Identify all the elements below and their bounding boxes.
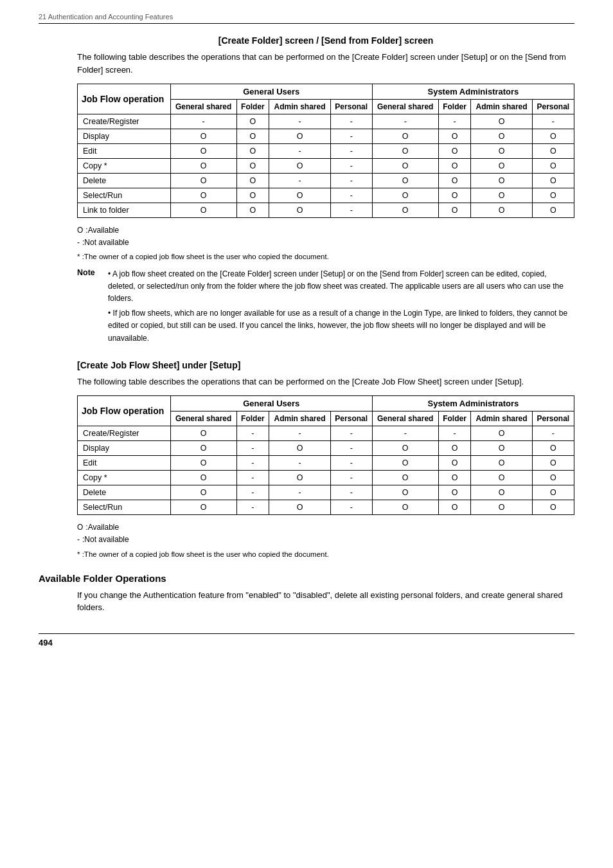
section1-subhdr-4: General shared	[372, 100, 438, 114]
section1-legend: O:Available -:Not available	[77, 224, 574, 249]
table-row: Select/RunO-O-OOOO	[78, 500, 574, 515]
table-row: DisplayO-O-OOOO	[78, 441, 574, 456]
table-cell: O	[236, 144, 269, 159]
section1-col-general-users: General Users	[170, 84, 372, 100]
page-header: 21 Authentication and Accounting Feature…	[39, 13, 574, 24]
row-label: Delete	[78, 174, 171, 188]
table-cell: O	[532, 203, 574, 218]
table-cell: -	[236, 500, 269, 515]
row-label: Edit	[78, 456, 171, 471]
table-cell: -	[330, 144, 372, 159]
section2-title: [Create Job Flow Sheet] under [Setup]	[77, 360, 574, 370]
section1-subhdr-2: Admin shared	[269, 100, 330, 114]
table-cell: O	[532, 188, 574, 203]
table-cell: -	[330, 188, 372, 203]
section2-col-sys-admin: System Administrators	[372, 396, 574, 411]
table-cell: O	[372, 471, 438, 485]
section1-note: Note A job flow sheet created on the [Cr…	[77, 268, 574, 347]
table-cell: -	[372, 114, 438, 129]
table-row: Link to folderOOO-OOOO	[78, 203, 574, 218]
table-cell: O	[236, 129, 269, 144]
table-cell: O	[170, 500, 236, 515]
table-cell: O	[372, 174, 438, 188]
table-cell: O	[170, 426, 236, 441]
table-cell: O	[236, 114, 269, 129]
section1-title: [Create Folder] screen / [Send from Fold…	[77, 35, 574, 46]
table-cell: O	[372, 188, 438, 203]
row-label: Link to folder	[78, 203, 171, 218]
table-cell: O	[372, 500, 438, 515]
table-cell: -	[330, 500, 372, 515]
table-cell: O	[471, 203, 532, 218]
section1-note-content: A job flow sheet created on the [Create …	[108, 268, 574, 347]
table-cell: O	[269, 159, 330, 174]
section1-subhdr-7: Personal	[532, 100, 574, 114]
table-cell: -	[236, 426, 269, 441]
table-cell: O	[269, 471, 330, 485]
table-cell: O	[438, 203, 471, 218]
table-cell: -	[330, 485, 372, 500]
table-row: DeleteOO--OOOO	[78, 174, 574, 188]
table-cell: O	[532, 500, 574, 515]
row-label: Display	[78, 441, 171, 456]
table-cell: O	[471, 441, 532, 456]
section1-subhdr-0: General shared	[170, 100, 236, 114]
table-cell: O	[236, 203, 269, 218]
section3: Available Folder Operations If you chang…	[39, 573, 574, 614]
table-cell: O	[471, 500, 532, 515]
table-cell: -	[438, 114, 471, 129]
section2-footnote: * :The owner of a copied job flow sheet …	[77, 549, 574, 560]
row-label: Select/Run	[78, 188, 171, 203]
table-cell: O	[532, 471, 574, 485]
table-cell: -	[236, 456, 269, 471]
table-cell: O	[372, 129, 438, 144]
section1-subhdr-5: Folder	[438, 100, 471, 114]
table-cell: -	[269, 174, 330, 188]
table-cell: -	[236, 441, 269, 456]
table-cell: -	[438, 426, 471, 441]
table-cell: -	[532, 114, 574, 129]
table-cell: O	[471, 174, 532, 188]
table-cell: O	[269, 188, 330, 203]
table-cell: -	[330, 114, 372, 129]
table-cell: O	[532, 441, 574, 456]
section1-subhdr-6: Admin shared	[471, 100, 532, 114]
table-cell: O	[170, 485, 236, 500]
table-cell: O	[438, 485, 471, 500]
table-cell: O	[438, 500, 471, 515]
table-cell: O	[170, 174, 236, 188]
table-cell: O	[438, 441, 471, 456]
table-row: Create/Register-O----O-	[78, 114, 574, 129]
table-cell: O	[170, 471, 236, 485]
section1-row-header: Job Flow operation	[78, 84, 171, 114]
table-row: DeleteO---OOOO	[78, 485, 574, 500]
table-cell: O	[269, 441, 330, 456]
table-cell: O	[471, 456, 532, 471]
table-cell: -	[330, 441, 372, 456]
section2: [Create Job Flow Sheet] under [Setup] Th…	[77, 360, 574, 560]
section1-desc: The following table describes the operat…	[77, 51, 574, 76]
table-cell: O	[438, 144, 471, 159]
section2-table: Job Flow operation General Users System …	[77, 395, 574, 515]
table-cell: O	[269, 203, 330, 218]
section2-subhdr-0: General shared	[170, 411, 236, 426]
table-cell: O	[372, 441, 438, 456]
table-cell: -	[236, 471, 269, 485]
table-cell: O	[471, 426, 532, 441]
section1: [Create Folder] screen / [Send from Fold…	[77, 35, 574, 347]
table-cell: O	[170, 203, 236, 218]
table-cell: O	[532, 485, 574, 500]
page-footer: 494	[39, 633, 574, 647]
table-cell: -	[330, 159, 372, 174]
section2-desc: The following table describes the operat…	[77, 375, 574, 388]
table-cell: -	[330, 203, 372, 218]
table-cell: O	[532, 144, 574, 159]
table-cell: O	[438, 188, 471, 203]
table-cell: -	[330, 426, 372, 441]
table-cell: -	[269, 485, 330, 500]
table-cell: O	[438, 471, 471, 485]
table-row: Create/RegisterO-----O-	[78, 426, 574, 441]
table-cell: -	[532, 426, 574, 441]
table-cell: O	[471, 129, 532, 144]
section3-desc: If you change the Authentication feature…	[77, 589, 574, 614]
